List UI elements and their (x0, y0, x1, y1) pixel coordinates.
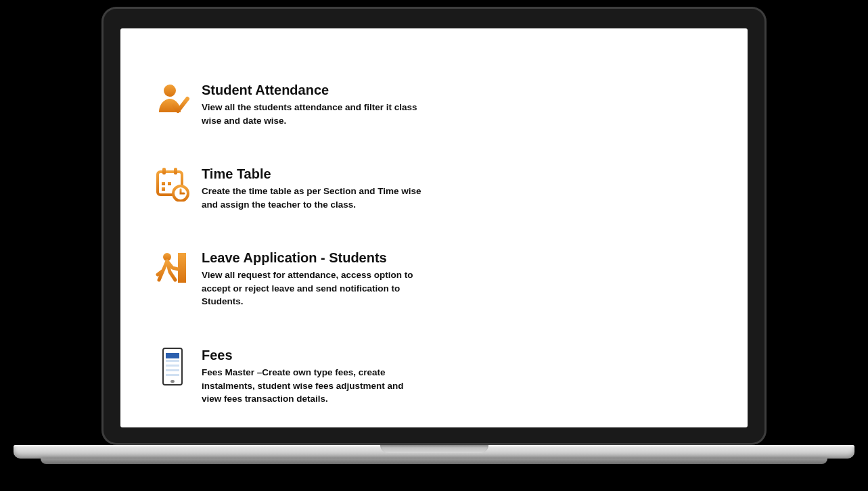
feature-desc: Create the time table as per Section and… (202, 185, 421, 211)
svg-rect-4 (174, 168, 177, 174)
feature-text: Time Table Create the time table as per … (202, 166, 421, 211)
phone-home-button (170, 380, 175, 383)
feature-text: Student Attendance View all the students… (202, 83, 421, 127)
laptop-foot (41, 459, 827, 464)
features-panel: Student Attendance View all the students… (120, 28, 748, 427)
feature-fees: Fees Fees Master –Create own type fees, … (154, 348, 421, 406)
laptop-mockup: Student Attendance View all the students… (0, 0, 868, 491)
laptop-screen: Student Attendance View all the students… (120, 28, 748, 427)
feature-desc: View all request for attendance, access … (202, 268, 421, 308)
exit-person-icon (154, 250, 191, 287)
feature-leave-students: Leave Application - Students View all re… (154, 250, 421, 308)
svg-rect-3 (162, 168, 166, 174)
calendar-clock-icon (154, 166, 191, 203)
svg-rect-9 (178, 253, 186, 283)
features-grid: Student Attendance View all the students… (154, 83, 714, 427)
user-check-icon (154, 83, 191, 119)
laptop-notch (380, 445, 488, 453)
svg-rect-7 (162, 187, 165, 191)
feature-title: Time Table (202, 166, 421, 182)
feature-time-table: Time Table Create the time table as per … (154, 166, 421, 211)
feature-title: Fees (202, 348, 421, 363)
feature-desc: View all the students attendance and fil… (202, 101, 421, 127)
svg-rect-6 (168, 182, 171, 185)
feature-text: Leave Application - Students View all re… (202, 250, 421, 308)
phone-list-icon (154, 348, 191, 384)
svg-rect-5 (162, 182, 165, 185)
feature-title: Student Attendance (202, 83, 421, 98)
feature-student-attendance: Student Attendance View all the students… (154, 83, 421, 127)
phone-mock (162, 348, 183, 385)
feature-desc: Fees Master –Create own type fees, creat… (202, 366, 421, 406)
svg-point-0 (164, 85, 176, 97)
feature-text: Fees Fees Master –Create own type fees, … (202, 348, 421, 406)
feature-title: Leave Application - Students (202, 250, 421, 266)
